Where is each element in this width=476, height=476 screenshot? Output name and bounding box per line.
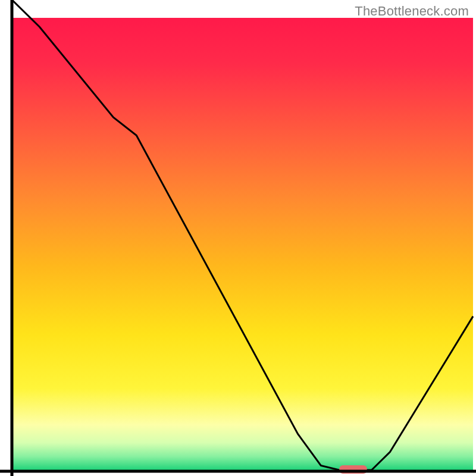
watermark-label: TheBottleneck.com <box>355 4 469 19</box>
chart-container: TheBottleneck.com <box>0 0 476 476</box>
bottleneck-chart <box>0 0 476 476</box>
gradient-background <box>12 18 473 470</box>
